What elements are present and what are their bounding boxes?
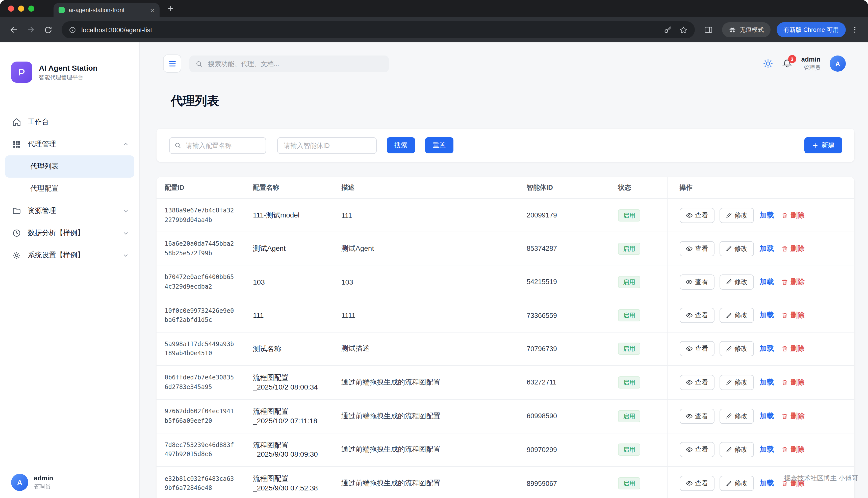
notifications-button[interactable]: 3 <box>782 58 792 69</box>
table-header-row: 配置ID 配置名称 描述 智能体ID 状态 操作 <box>156 177 854 198</box>
app-logo-row: AI Agent Station 智能代理管理平台 <box>0 42 139 83</box>
reset-button[interactable]: 重置 <box>425 137 454 153</box>
watermark: 掘金技术社区博主 小傅哥 <box>784 474 858 483</box>
main-content: 3 admin 管理员 A 代理列表 <box>140 42 868 498</box>
load-button[interactable]: 加载 <box>759 378 775 387</box>
edit-button[interactable]: 修改 <box>719 241 754 256</box>
global-search-input[interactable] <box>207 59 383 68</box>
sidebar-item-data-analysis[interactable]: 数据分析【样例】 <box>0 222 139 244</box>
load-button[interactable]: 加载 <box>759 311 775 320</box>
delete-button[interactable]: 删除 <box>780 344 806 353</box>
status-badge: 启用 <box>618 243 640 255</box>
sidebar-user[interactable]: A admin 管理员 <box>0 466 139 498</box>
load-button[interactable]: 加载 <box>759 411 775 421</box>
config-name-cell: 流程图配置 _2025/10/2 08:00:34 <box>245 366 333 399</box>
collapse-sidebar-button[interactable] <box>163 54 181 73</box>
load-button[interactable]: 加载 <box>759 211 775 220</box>
load-button[interactable]: 加载 <box>759 344 775 353</box>
sidebar-item-agent-management[interactable]: 代理管理 <box>0 133 139 155</box>
pencil-icon <box>725 312 732 319</box>
view-button[interactable]: 查看 <box>679 408 714 423</box>
sidebar-item-workbench[interactable]: 工作台 <box>0 111 139 133</box>
description-cell: 103 <box>333 265 519 299</box>
config-name-cell: 103 <box>245 265 333 299</box>
edit-button[interactable]: 修改 <box>719 208 754 223</box>
delete-button[interactable]: 删除 <box>780 311 806 320</box>
delete-button[interactable]: 删除 <box>780 445 806 454</box>
view-button[interactable]: 查看 <box>679 308 714 323</box>
view-button[interactable]: 查看 <box>679 375 714 390</box>
sun-icon[interactable] <box>763 58 773 69</box>
load-button[interactable]: 加载 <box>759 244 775 253</box>
key-icon[interactable] <box>663 25 672 34</box>
sidebar-subitem-label: 代理配置 <box>30 184 59 193</box>
edit-button[interactable]: 修改 <box>719 476 754 491</box>
agent-id-cell: 54215519 <box>519 265 610 299</box>
new-tab-button[interactable] <box>167 4 175 13</box>
edit-button[interactable]: 修改 <box>719 408 754 423</box>
edit-button[interactable]: 修改 <box>719 308 754 323</box>
column-header-actions: 操作 <box>667 177 854 198</box>
forward-button[interactable] <box>23 22 38 37</box>
view-button[interactable]: 查看 <box>679 208 714 223</box>
status-badge: 启用 <box>618 376 640 389</box>
incognito-icon <box>728 26 736 34</box>
back-button[interactable] <box>6 22 21 37</box>
agent-id-input[interactable] <box>277 137 377 154</box>
avatar[interactable]: A <box>830 55 846 71</box>
browser-tab[interactable]: ai-agent-station-front × <box>53 3 159 17</box>
browser-window: ai-agent-station-front × localhost:3000/… <box>0 0 868 498</box>
description-cell: 通过前端拖拽生成的流程图配置 <box>333 433 519 467</box>
minimize-window-button[interactable] <box>18 5 24 12</box>
trash-icon <box>781 245 788 252</box>
search-button[interactable]: 搜索 <box>387 137 415 153</box>
window-controls[interactable] <box>0 5 42 12</box>
sidebar-item-resource-management[interactable]: 资源管理 <box>0 200 139 222</box>
description-cell: 通过前端拖拽生成的流程图配置 <box>333 467 519 498</box>
config-id-cell: 5a998a117dc5449a93b189ab4b0e4510 <box>156 332 245 366</box>
description-cell: 1111 <box>333 299 519 332</box>
zoom-window-button[interactable] <box>28 5 34 12</box>
delete-button[interactable]: 删除 <box>780 411 806 421</box>
load-button[interactable]: 加载 <box>759 445 775 454</box>
global-search[interactable] <box>189 55 389 72</box>
reload-button[interactable] <box>40 22 55 37</box>
delete-button[interactable]: 删除 <box>780 378 806 387</box>
star-icon[interactable] <box>679 25 688 34</box>
delete-button[interactable]: 删除 <box>780 211 806 220</box>
table-row: 5a998a117dc5449a93b189ab4b0e4510测试名称测试描述… <box>156 332 854 366</box>
delete-button[interactable]: 删除 <box>780 244 806 253</box>
column-header-status: 状态 <box>610 177 667 198</box>
reload-icon <box>44 25 52 34</box>
edit-button[interactable]: 修改 <box>719 375 754 390</box>
close-window-button[interactable] <box>8 5 14 12</box>
sidebar-subitem-label: 代理列表 <box>30 162 59 171</box>
edit-button[interactable]: 修改 <box>719 274 754 290</box>
info-icon[interactable] <box>69 26 76 34</box>
edit-button[interactable]: 修改 <box>719 442 754 457</box>
config-name-input[interactable] <box>169 137 266 154</box>
browser-menu-button[interactable] <box>848 23 862 37</box>
tab-close-icon[interactable]: × <box>150 6 154 14</box>
view-button[interactable]: 查看 <box>679 442 714 457</box>
trash-icon <box>781 446 788 453</box>
create-button[interactable]: 新建 <box>804 137 842 153</box>
edit-button[interactable]: 修改 <box>719 341 754 356</box>
column-header-config-name: 配置名称 <box>245 177 333 198</box>
load-button[interactable]: 加载 <box>759 479 775 488</box>
load-button[interactable]: 加载 <box>759 277 775 287</box>
side-panel-button[interactable] <box>701 22 716 37</box>
sidebar-item-system-settings[interactable]: 系统设置【样例】 <box>0 244 139 266</box>
view-button[interactable]: 查看 <box>679 476 714 491</box>
trash-icon <box>781 278 788 286</box>
status-cell: 启用 <box>610 232 667 265</box>
trash-icon <box>781 412 788 420</box>
delete-button[interactable]: 删除 <box>780 277 806 287</box>
chrome-update-button[interactable]: 有新版 Chrome 可用 <box>776 22 846 37</box>
sidebar-item-agent-config[interactable]: 代理配置 <box>5 178 134 200</box>
sidebar-item-agent-list[interactable]: 代理列表 <box>5 155 134 178</box>
view-button[interactable]: 查看 <box>679 341 714 356</box>
view-button[interactable]: 查看 <box>679 274 714 290</box>
view-button[interactable]: 查看 <box>679 241 714 256</box>
address-bar[interactable]: localhost:3000/agent-list <box>62 21 694 38</box>
